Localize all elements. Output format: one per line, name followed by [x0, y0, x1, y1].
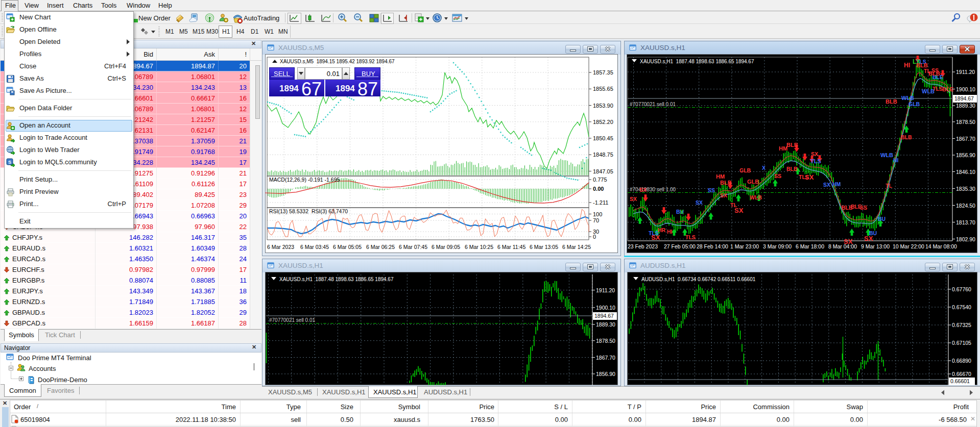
svg-text:3 Mar 09:00: 3 Mar 09:00: [763, 243, 792, 249]
svg-text:GLB: GLB: [747, 179, 759, 185]
svg-text:1853.90: 1853.90: [593, 103, 613, 109]
svg-text:8 Mar 04:00: 8 Mar 04:00: [828, 243, 857, 249]
svg-text:SX: SX: [734, 207, 744, 214]
svg-text:6 Mar 05:05: 6 Mar 05:05: [333, 244, 362, 250]
svg-text:0.66890: 0.66890: [952, 358, 971, 364]
svg-text:1894.67: 1894.67: [594, 313, 614, 319]
svg-text:SS: SS: [774, 173, 781, 179]
svg-text:SX: SX: [630, 196, 637, 202]
svg-text:HR: HR: [658, 227, 666, 233]
svg-text:#70770021 sell 0.01: #70770021 sell 0.01: [630, 102, 676, 107]
svg-text:WLB: WLB: [922, 88, 935, 94]
svg-text:AUDUSD.s,H1 0.66734 0.66742 0: AUDUSD.s,H1 0.66734 0.66742 0.66511 0.66…: [641, 277, 756, 282]
svg-text:14 Mar 08:00: 14 Mar 08:00: [925, 243, 957, 249]
svg-text:28 Feb 14:00: 28 Feb 14:00: [697, 243, 728, 249]
svg-text:9 Mar 13:00: 9 Mar 13:00: [861, 243, 890, 249]
svg-text:0: 0: [593, 234, 596, 240]
svg-text:HI: HI: [904, 62, 910, 69]
svg-text:1855.65: 1855.65: [593, 86, 613, 92]
svg-text:1802.90: 1802.90: [956, 236, 975, 242]
svg-text:BLB: BLB: [901, 134, 912, 140]
svg-text:6 Mar 09:05: 6 Mar 09:05: [432, 244, 460, 250]
svg-text:1846.10: 1846.10: [956, 169, 975, 175]
svg-text:SS: SS: [860, 205, 867, 211]
svg-text:1867.70: 1867.70: [596, 355, 615, 361]
svg-text:1911.20: 1911.20: [956, 69, 975, 75]
svg-text:6 Mar 06:25: 6 Mar 06:25: [366, 244, 395, 250]
svg-text:SX: SX: [720, 192, 727, 198]
svg-text:WLB: WLB: [750, 194, 762, 200]
svg-text:BLB: BLB: [928, 70, 940, 77]
svg-text:0.67105: 0.67105: [952, 340, 971, 346]
svg-text:6 Mar 13:05: 6 Mar 13:05: [530, 244, 558, 250]
svg-text:1856.90: 1856.90: [956, 152, 975, 158]
svg-text:1856.90: 1856.90: [596, 371, 615, 377]
svg-text:6 Mar 18:00: 6 Mar 18:00: [796, 243, 824, 249]
svg-text:HM: HM: [832, 181, 841, 187]
svg-text:GLB: GLB: [909, 101, 920, 107]
svg-text:TL: TL: [886, 183, 892, 189]
svg-text:1894.67: 1894.67: [954, 95, 974, 102]
svg-text:SX: SX: [811, 151, 818, 157]
svg-text:1813.70: 1813.70: [956, 219, 975, 225]
svg-text:#70419830 sell 1.00: #70419830 sell 1.00: [630, 187, 676, 192]
svg-text:100: 100: [593, 211, 602, 217]
svg-text:HI: HI: [667, 229, 673, 235]
svg-text:1848.75: 1848.75: [593, 152, 613, 158]
svg-text:HI: HI: [893, 157, 899, 163]
svg-text:6 Mar 2023: 6 Mar 2023: [267, 244, 294, 250]
svg-text:WLB: WLB: [880, 152, 893, 158]
svg-text:BLB: BLB: [786, 166, 798, 172]
svg-text:1900.10: 1900.10: [956, 86, 975, 92]
svg-text:TLS: TLS: [685, 234, 696, 240]
svg-text:BLB: BLB: [786, 142, 798, 148]
svg-text:1911.20: 1911.20: [596, 287, 615, 293]
svg-text:10 Mar 22:00: 10 Mar 22:00: [893, 243, 924, 249]
svg-text:1852.20: 1852.20: [593, 119, 613, 125]
svg-text:-1.211: -1.211: [593, 199, 608, 206]
svg-text:BU: BU: [878, 216, 886, 222]
svg-text:0.66601: 0.66601: [950, 378, 970, 384]
svg-text:27 Feb 05:00: 27 Feb 05:00: [664, 243, 696, 249]
svg-text:TLS: TLS: [810, 158, 821, 164]
svg-text:1878.50: 1878.50: [596, 338, 615, 344]
svg-text:0.67540: 0.67540: [952, 304, 971, 310]
svg-text:SX: SX: [696, 199, 703, 206]
svg-text:1824.50: 1824.50: [956, 203, 975, 209]
svg-text:BLB: BLB: [886, 98, 897, 105]
svg-text:0.67760: 0.67760: [952, 286, 971, 292]
svg-text:X: X: [680, 209, 684, 216]
svg-text:1847.05: 1847.05: [593, 168, 613, 174]
svg-text:70: 70: [593, 217, 599, 223]
svg-text:1900.10: 1900.10: [596, 305, 615, 311]
svg-text:S: S: [8, 160, 11, 165]
svg-text:XAUUSD.s,H1 1887.48 1898.63 1: XAUUSD.s,H1 1887.48 1898.63 1886.65 1894…: [279, 277, 394, 282]
svg-text:6 Mar 03:45: 6 Mar 03:45: [300, 244, 329, 250]
svg-text:BLE: BLE: [942, 86, 953, 92]
svg-text:0.775: 0.775: [593, 177, 607, 183]
svg-text:6 Mar 07:45: 6 Mar 07:45: [399, 244, 427, 250]
svg-text:XAUUSD.s,H1 1887.48 1898.63 1: XAUUSD.s,H1 1887.48 1898.63 1886.65 1894…: [640, 59, 754, 64]
svg-text:1835.30: 1835.30: [956, 186, 975, 192]
svg-text:#70770021 sell 0.01: #70770021 sell 0.01: [269, 317, 316, 323]
svg-text:1867.70: 1867.70: [956, 136, 975, 142]
svg-text:6 Mar 14:25: 6 Mar 14:25: [562, 244, 591, 250]
svg-text:0.00: 0.00: [593, 186, 604, 192]
svg-text:BLB: BLB: [720, 180, 732, 186]
svg-text:MACD(12,26,9) -0.191 -1.695: MACD(12,26,9) -0.191 -1.695: [269, 177, 340, 183]
svg-text:RSI(13) 58.5332 RSI(3) 63,747: RSI(13) 58.5332 RSI(3) 63,7470: [269, 208, 348, 214]
svg-text:HM: HM: [716, 173, 725, 180]
svg-text:0.67325: 0.67325: [952, 322, 971, 328]
svg-text:GLB: GLB: [739, 167, 751, 173]
svg-text:BLB: BLB: [916, 62, 928, 68]
svg-text:6 Mar 10:25: 6 Mar 10:25: [465, 244, 493, 250]
svg-text:SX: SX: [805, 173, 814, 181]
svg-text:1850.45: 1850.45: [593, 135, 613, 141]
svg-text:6 Mar 11:45: 6 Mar 11:45: [497, 244, 525, 250]
svg-text:X: X: [762, 165, 766, 171]
svg-text:0.66670: 0.66670: [952, 371, 971, 377]
svg-text:23 Feb 2023: 23 Feb 2023: [628, 243, 658, 249]
svg-text:SX: SX: [639, 187, 647, 193]
svg-text:1889.30: 1889.30: [596, 321, 615, 328]
svg-text:1889.30: 1889.30: [956, 103, 975, 109]
